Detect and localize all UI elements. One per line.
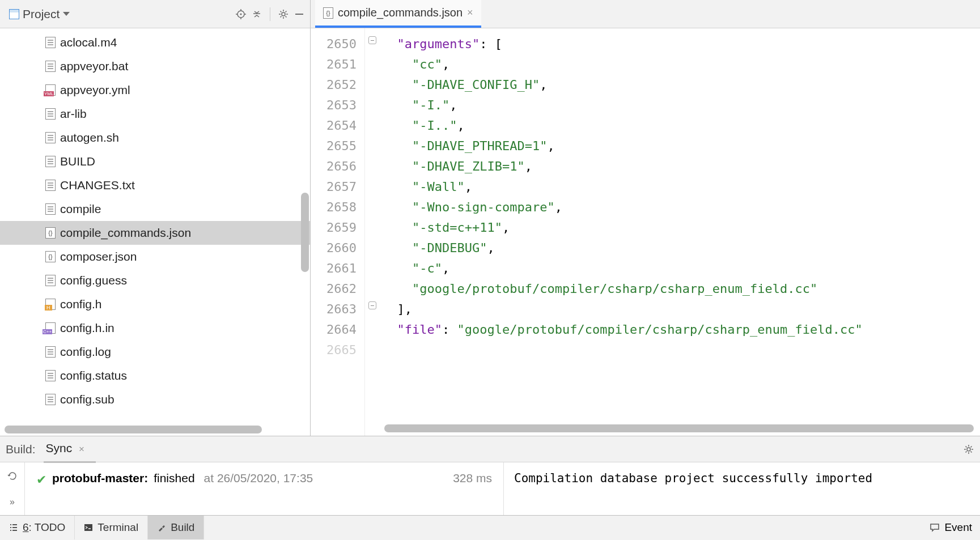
todo-tab[interactable]: 6: TODO xyxy=(0,516,75,539)
editor-tab-label: compile_commands.json xyxy=(338,6,463,19)
project-label: Project xyxy=(23,7,60,21)
editor-tab-compile-commands[interactable]: compile_commands.json × xyxy=(315,0,481,28)
svg-rect-3 xyxy=(295,14,303,15)
hide-icon[interactable] xyxy=(293,8,306,20)
terminal-tab[interactable]: Terminal xyxy=(75,516,148,539)
file-item[interactable]: CHANGES.txt xyxy=(0,173,310,197)
build-tab[interactable]: Build xyxy=(148,516,204,539)
file-file-icon xyxy=(45,203,56,215)
hammer-icon xyxy=(157,523,166,532)
terminal-icon xyxy=(84,523,93,532)
file-item[interactable]: BUILD xyxy=(0,150,310,173)
build-panel-title: Build: xyxy=(6,443,36,456)
file-name: config.h.in xyxy=(60,321,114,335)
file-item[interactable]: compile_commands.json xyxy=(0,221,310,245)
tab-close-icon[interactable]: × xyxy=(467,7,473,19)
cpp-file-icon xyxy=(45,322,56,334)
build-timestamp: at 26/05/2020, 17:35 xyxy=(204,471,313,485)
file-name: compile_commands.json xyxy=(60,226,191,240)
file-file-icon xyxy=(45,61,56,72)
json-file-icon xyxy=(323,7,333,19)
build-output[interactable]: Compilation database project successfull… xyxy=(504,462,980,515)
code-content[interactable]: "arguments": [ "cc", "-DHAVE_CONFIG_H", … xyxy=(382,28,980,436)
editor-tabs: compile_commands.json × xyxy=(311,0,980,28)
refresh-icon[interactable] xyxy=(7,470,18,482)
project-sidebar: Project aclocal.m4appveyor.batappveyor.y… xyxy=(0,0,311,436)
file-item[interactable]: config.h.in xyxy=(0,316,310,340)
file-tree[interactable]: aclocal.m4appveyor.batappveyor.ymlar-lib… xyxy=(0,28,310,436)
file-item[interactable]: config.log xyxy=(0,340,310,364)
file-file-icon xyxy=(45,108,56,120)
bottom-bar: 6: TODO Terminal Build Event xyxy=(0,516,980,539)
expand-icon[interactable]: » xyxy=(10,497,15,507)
file-name: config.log xyxy=(60,345,111,359)
editor-area: compile_commands.json × 2650265126522653… xyxy=(311,0,980,436)
file-file-icon xyxy=(45,37,56,48)
build-project-name: protobuf-master: xyxy=(52,471,148,485)
editor-body[interactable]: 2650265126522653265426552656265726582659… xyxy=(311,28,980,436)
horizontal-scrollbar[interactable] xyxy=(5,426,262,433)
file-item[interactable]: config.guess xyxy=(0,269,310,292)
fold-marker-icon[interactable] xyxy=(368,36,376,44)
svg-point-1 xyxy=(240,13,242,15)
settings-icon[interactable] xyxy=(963,444,974,455)
file-item[interactable]: composer.json xyxy=(0,245,310,269)
file-name: autogen.sh xyxy=(60,131,119,144)
file-name: config.h xyxy=(60,297,102,311)
build-state: finished xyxy=(154,471,194,485)
json-file-icon xyxy=(45,227,56,239)
file-item[interactable]: compile xyxy=(0,197,310,221)
file-item[interactable]: autogen.sh xyxy=(0,126,310,150)
file-name: aclocal.m4 xyxy=(60,36,117,49)
file-name: config.sub xyxy=(60,393,114,406)
svg-rect-5 xyxy=(84,524,92,531)
project-icon xyxy=(9,9,19,19)
h-file-icon xyxy=(45,299,56,310)
file-file-icon xyxy=(45,275,56,286)
file-item[interactable]: aclocal.m4 xyxy=(0,31,310,54)
svg-point-2 xyxy=(282,12,285,16)
fold-marker-icon[interactable] xyxy=(368,301,376,309)
build-duration: 328 ms xyxy=(453,471,492,485)
locate-icon[interactable] xyxy=(235,8,247,20)
file-file-icon xyxy=(45,156,56,167)
editor-horizontal-scrollbar[interactable] xyxy=(384,424,974,432)
file-name: CHANGES.txt xyxy=(60,178,135,192)
file-name: compile xyxy=(60,202,101,216)
list-icon xyxy=(9,523,18,532)
file-item[interactable]: config.h xyxy=(0,292,310,316)
svg-point-4 xyxy=(967,448,970,451)
speech-bubble-icon xyxy=(930,522,940,533)
file-item[interactable]: appveyor.bat xyxy=(0,54,310,78)
settings-icon[interactable] xyxy=(277,8,290,20)
event-log-button[interactable]: Event xyxy=(922,516,980,539)
file-file-icon xyxy=(45,132,56,143)
vertical-scrollbar[interactable] xyxy=(301,193,309,272)
yml-file-icon xyxy=(45,84,56,96)
build-status-row[interactable]: ✔ protobuf-master: finished at 26/05/202… xyxy=(25,462,504,515)
file-item[interactable]: ar-lib xyxy=(0,102,310,126)
file-name: appveyor.bat xyxy=(60,59,128,73)
file-name: appveyor.yml xyxy=(60,83,130,97)
file-file-icon xyxy=(45,346,56,358)
fold-column[interactable] xyxy=(365,28,382,436)
file-name: BUILD xyxy=(60,155,95,168)
file-item[interactable]: config.status xyxy=(0,364,310,388)
json-file-icon xyxy=(45,251,56,262)
file-item[interactable]: config.sub xyxy=(0,388,310,411)
file-name: config.guess xyxy=(60,274,127,287)
build-side-toolbar: » xyxy=(0,462,25,515)
chevron-down-icon xyxy=(63,12,70,16)
file-name: composer.json xyxy=(60,250,137,263)
file-item[interactable]: appveyor.yml xyxy=(0,78,310,102)
build-panel-tabs: Build: Sync × xyxy=(0,436,980,462)
sidebar-header: Project xyxy=(0,0,310,28)
project-dropdown[interactable]: Project xyxy=(5,5,74,23)
file-name: config.status xyxy=(60,369,127,382)
success-check-icon: ✔ xyxy=(36,473,46,487)
collapse-all-icon[interactable] xyxy=(251,8,263,20)
tab-close-icon[interactable]: × xyxy=(79,444,84,454)
file-name: ar-lib xyxy=(60,107,87,121)
sync-tab[interactable]: Sync × xyxy=(46,441,84,457)
file-file-icon xyxy=(45,370,56,381)
